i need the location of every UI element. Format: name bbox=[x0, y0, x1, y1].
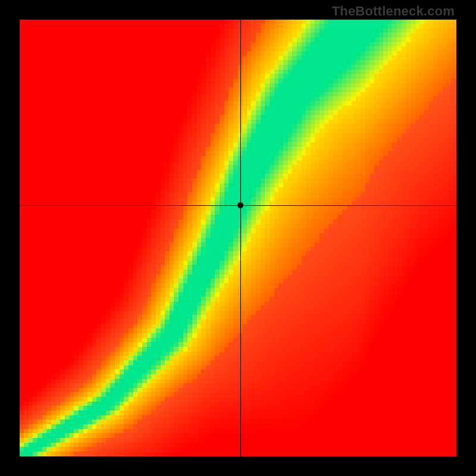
intersection-marker bbox=[237, 202, 243, 208]
heatmap-plot bbox=[20, 20, 456, 456]
watermark-text: TheBottleneck.com bbox=[332, 4, 455, 19]
chart-frame: TheBottleneck.com bbox=[0, 0, 476, 476]
heatmap-canvas bbox=[20, 20, 456, 456]
crosshair-vertical bbox=[240, 20, 241, 456]
